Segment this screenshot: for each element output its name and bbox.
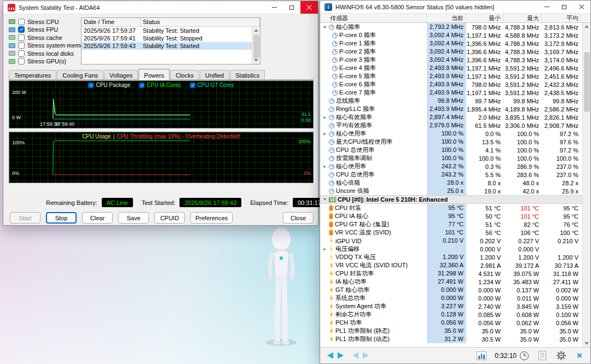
scroll-up-icon[interactable] [254, 29, 258, 32]
settings-button[interactable] [555, 351, 566, 361]
sensor-row[interactable]: 最大CPU/线程使用率 100.0 % 13.5 % 100.0 % 97.6 … [320, 138, 582, 146]
preferences-button[interactable]: Preferences [190, 212, 233, 224]
sensor-row[interactable]: 平均有效频率 2,979.0 MHz 61.5 MHz 3,306.0 MHz … [320, 121, 582, 130]
tab[interactable]: Clocks [170, 70, 199, 79]
log-header-status[interactable]: Status [141, 18, 260, 26]
log-row[interactable]: 2025/9/26 17:59:41 Stability Test: Stopp… [82, 34, 260, 42]
sensor-row[interactable]: P-core 3 频率 3,092.4 MHz 1,396.6 MHz 4,78… [320, 56, 582, 64]
graph-button[interactable] [476, 351, 487, 361]
stress-option[interactable]: Stress FPU [9, 27, 89, 33]
navigate-secondary-icon[interactable] [351, 351, 370, 360]
legend-item[interactable]: CPU GT Cores [190, 82, 234, 88]
tab[interactable]: Statistics [230, 70, 265, 79]
sensor-row[interactable]: E-core 5 频率 2,493.9 MHz 1,197.1 MHz 3,59… [320, 72, 582, 80]
stop-button[interactable]: Stop [46, 212, 77, 224]
sensor-row[interactable]: P-core 1 频率 3,092.4 MHz 1,396.6 MHz 4,78… [320, 39, 582, 48]
expand-icon[interactable] [322, 132, 327, 136]
expand-icon[interactable] [322, 165, 327, 169]
legend-checkbox[interactable] [139, 83, 144, 88]
sensor-row[interactable]: VR VCC 电流 (SVID IOUT) 32.360 A 2.981 A 3… [320, 261, 582, 269]
cpuid-button[interactable]: CPUID [154, 212, 185, 224]
sensor-row[interactable]: CPU IA 核心 95 °C 50 °C 101 °C 95 °C [320, 212, 582, 220]
legend-item[interactable]: CPU IA Cores [139, 82, 181, 88]
legend-checkbox[interactable] [88, 83, 94, 88]
sensor-row[interactable]: 系统总功率 0.000 W 0.000 W 0.011 W 0.000 W [320, 294, 582, 302]
sensor-row[interactable]: Uncore 倍频 25.0 x 19.0 x 42.0 x 25.9 x [320, 187, 582, 195]
sensor-row[interactable]: PCH 功率 0.056 W 0.056 W 0.062 W 0.056 W [320, 319, 582, 327]
column-avg[interactable]: 平均 [542, 14, 581, 22]
maximize-button[interactable] [555, 1, 573, 13]
sensor-row[interactable]: E-core 4 频率 2,493.9 MHz 1,197.1 MHz 3,59… [320, 64, 582, 72]
sensor-row[interactable]: CPU 总使用率 100.0 % 4.1 % 100.0 % 97.2 % [320, 146, 582, 154]
sensor-row[interactable]: 核心倍频 28.0 x 8.0 x 48.0 x 28.2 x [320, 179, 582, 187]
sensor-row[interactable]: CPU 封装 95 °C 51 °C 101 °C 95 °C [320, 204, 582, 212]
maximize-button[interactable] [283, 1, 300, 14]
tab[interactable]: Unified [200, 70, 229, 79]
stress-checkbox[interactable] [18, 34, 25, 41]
stress-option[interactable]: Stress local disks [9, 50, 89, 56]
sensor-row[interactable]: iGPU VID 0.210 V 0.202 V 0.227 V 0.210 V [320, 237, 582, 245]
column-sensor[interactable]: 传感器 [320, 14, 427, 22]
scroll-down-icon[interactable] [584, 342, 589, 345]
close-dialog-button[interactable]: Close [283, 212, 314, 224]
sensor-row[interactable]: VDDQ TX 电压 1.200 V 1.200 V 1.200 V 1.200… [320, 253, 582, 261]
stress-option[interactable]: Stress system memory [9, 43, 89, 49]
sensor-row[interactable]: P-core 0 频率 3,092.4 MHz 1,197.1 MHz 4,58… [320, 31, 582, 39]
close-button[interactable] [300, 1, 318, 14]
expand-icon[interactable] [322, 247, 327, 251]
scroll-up-icon[interactable] [584, 25, 589, 28]
sensor-row[interactable]: 电压偏移 0.000 V 0.000 V [320, 245, 582, 253]
navigate-back-forward-icon[interactable] [326, 351, 345, 360]
sensor-row[interactable]: E-core 7 频率 2,493.9 MHz 1,197.1 MHz 3,59… [320, 89, 582, 97]
tab[interactable]: Cooling Fans [57, 70, 103, 79]
scroll-thumb[interactable] [253, 34, 259, 58]
minimize-button[interactable] [538, 1, 555, 13]
sensor-row[interactable]: CPU GT 核心 (集显) 77 °C 51 °C 82 °C 76 °C [320, 220, 582, 228]
legend-item[interactable]: CPU Package [88, 82, 130, 88]
sensor-row[interactable]: E-core 6 频率 2,493.9 MHz 798.0 MHz 3,591.… [320, 80, 582, 89]
sensor-row[interactable]: 核心使用率 243.2 % 0.3 % 286.9 % 237.0 % [320, 162, 582, 171]
sensor-row[interactable]: GT 核心功率 0.000 W 0.000 W 0.137 W 0.002 W [320, 286, 582, 294]
tab[interactable]: Temperatures [9, 70, 56, 79]
start-button[interactable]: Start [10, 212, 40, 224]
stress-checkbox[interactable] [18, 26, 25, 33]
minimize-button[interactable] [265, 1, 283, 14]
expand-icon[interactable] [322, 25, 327, 30]
scroll-thumb[interactable] [584, 52, 590, 112]
sensor-row[interactable]: VR VCC 温度 (SVID) 101 °C 56 °C 106 °C 100… [320, 228, 582, 237]
sensor-row[interactable]: System Agent 功率 3.227 W 2.740 W 3.845 W … [320, 302, 582, 310]
hwinfo-titlebar[interactable]: i HWiNFO® 64 v8.30-5800 Sensor Status [5… [320, 1, 590, 14]
column-max[interactable]: 最大 [503, 14, 542, 22]
log-scrollbar[interactable] [252, 27, 260, 64]
stress-checkbox[interactable] [18, 19, 25, 25]
cpu-section-header[interactable]: CPU [#0]: Intel Core 5 210H: Enhanced [320, 195, 582, 204]
tab[interactable]: Voltages [104, 70, 138, 79]
sensor-row[interactable]: PL1 功率限制 (动态) 31.2 W 30.5 W 35.0 W 35.0 … [320, 335, 582, 343]
column-min[interactable]: 最小 [466, 14, 503, 22]
stress-option[interactable]: Stress CPU [9, 19, 89, 25]
sensor-row[interactable]: 按需频率调制 100.0 % 100.0 % 100.0 % 100.0 % [320, 154, 582, 162]
sensor-row[interactable]: P-core 2 频率 3,092.4 MHz 1,396.6 MHz 4,78… [320, 48, 582, 56]
clear-button[interactable]: Clear [82, 212, 113, 224]
log-row[interactable]: 2025/9/26 17:59:37 Stability Test: Start… [82, 27, 260, 34]
sensor-row[interactable]: CPU 总使用率 243.2 % 5.5 % 283.6 % 237.0 % [320, 171, 582, 179]
log-header-datetime[interactable]: Date / Time [82, 18, 141, 26]
stress-checkbox[interactable] [18, 58, 25, 64]
expand-icon[interactable] [322, 115, 327, 120]
sensor-row[interactable]: IA 核心功率 27.491 W 1.234 W 35.483 W 27.411… [320, 278, 582, 286]
close-sensors-button[interactable]: × [574, 351, 585, 361]
stress-checkbox[interactable] [18, 42, 25, 49]
expand-icon[interactable] [322, 197, 327, 202]
sensor-scrollbar[interactable] [582, 23, 590, 347]
stress-option[interactable]: Stress GPU(s) [9, 58, 89, 64]
sensor-row[interactable]: CPU 封装功率 31.298 W 4.531 W 39.075 W 31.11… [320, 269, 582, 278]
sensor-row[interactable]: 核心有效频率 2,897.4 MHz 2.0 MHz 3,835.1 MHz 2… [320, 113, 582, 121]
sensor-row[interactable]: PL1 功率限制 (静态) 35.0 W 35.0 W 35.0 W 35.0 … [320, 327, 582, 335]
report-button[interactable] [537, 351, 548, 361]
sensor-row[interactable]: Ring/LLC 频率 2,493.9 MHz 1,895.4 MHz 4,18… [320, 105, 582, 113]
column-current[interactable]: 当前 [427, 14, 466, 22]
aida64-titlebar[interactable]: System Stability Test - AIDA64 [3, 1, 318, 14]
save-button[interactable]: Save [118, 212, 149, 224]
sensor-row[interactable]: 总线频率 99.8 MHz 99.7 MHz 99.8 MHz 99.8 MHz [320, 97, 582, 105]
stress-option[interactable]: Stress cache [9, 34, 89, 40]
